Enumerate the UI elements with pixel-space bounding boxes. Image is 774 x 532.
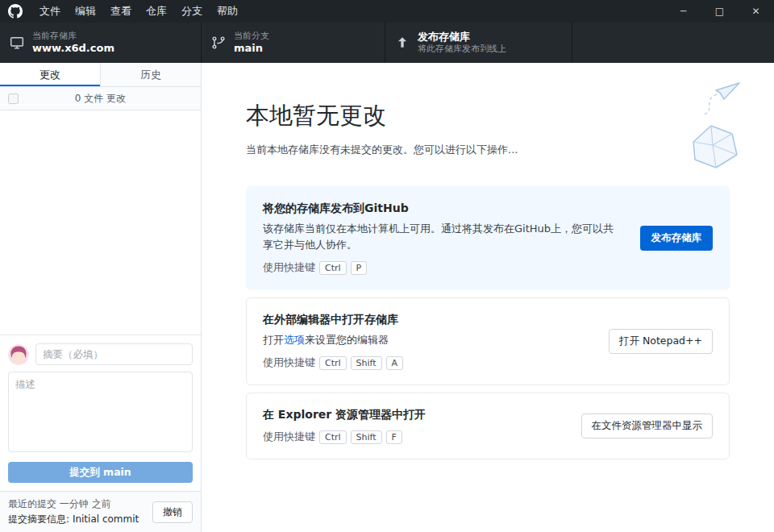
card-title: 将您的存储库发布到GitHub xyxy=(263,202,624,216)
avatar xyxy=(8,344,29,365)
show-in-explorer-button[interactable]: 在文件资源管理器中显示 xyxy=(581,414,714,438)
card-title: 在 Explorer 资源管理器中打开 xyxy=(263,408,565,422)
changed-files-list xyxy=(0,110,201,335)
toolbar-filler xyxy=(572,23,774,63)
card-shortcut: 使用快捷键 Ctrl Shift F xyxy=(263,430,565,444)
publish-subtitle: 将此存储库发布到线上 xyxy=(418,44,506,55)
key-shift: Shift xyxy=(351,430,382,444)
key-ctrl: Ctrl xyxy=(319,261,347,275)
card-description: 打开选项来设置您的编辑器 xyxy=(263,332,593,348)
current-repository-selector[interactable]: 当前存储库 www.x6d.com xyxy=(0,23,202,63)
key-a: A xyxy=(386,356,404,370)
key-f: F xyxy=(386,430,402,444)
computer-icon xyxy=(10,35,24,50)
current-branch-selector[interactable]: 当前分支 main xyxy=(202,23,385,63)
window-controls: ─ □ ✕ xyxy=(665,0,774,23)
key-ctrl: Ctrl xyxy=(319,356,347,370)
menu-file[interactable]: 文件 xyxy=(32,0,68,23)
chevron-down-icon xyxy=(181,40,191,45)
titlebar: 文件 编辑 查看 仓库 分支 帮助 ─ □ ✕ xyxy=(0,0,774,23)
sidebar: 更改 历史 0 文件 更改 提交到 main xyxy=(0,63,202,532)
publish-repository-action-button[interactable]: 发布存储库 xyxy=(640,226,714,251)
menu-edit[interactable]: 编辑 xyxy=(68,0,103,23)
files-changed-label: 0 文件 更改 xyxy=(75,92,126,106)
menu-view[interactable]: 查看 xyxy=(103,0,139,23)
select-all-checkbox[interactable] xyxy=(8,94,19,104)
menu-repository[interactable]: 仓库 xyxy=(139,0,174,23)
card-shortcut: 使用快捷键 Ctrl P xyxy=(263,260,624,275)
card-shortcut: 使用快捷键 Ctrl Shift A xyxy=(263,355,593,370)
current-repository-value: www.x6d.com xyxy=(32,42,114,55)
commit-button[interactable]: 提交到 main xyxy=(8,462,193,483)
shortcut-label: 使用快捷键 xyxy=(263,430,315,444)
files-changed-row: 0 文件 更改 xyxy=(0,87,201,110)
github-logo-icon xyxy=(8,4,23,19)
current-branch-label: 当前分支 xyxy=(234,31,269,42)
card-title: 在外部编辑器中打开存储库 xyxy=(263,313,593,327)
paper-plane-illustration xyxy=(639,81,743,173)
close-icon[interactable]: ✕ xyxy=(738,0,774,23)
commit-form: 提交到 main xyxy=(0,335,201,491)
menu-help[interactable]: 帮助 xyxy=(210,0,245,23)
recent-commit-summary-value: Initial commit xyxy=(73,513,139,525)
undo-button[interactable]: 撤销 xyxy=(152,501,193,523)
git-branch-icon xyxy=(211,35,226,50)
recent-commit-summary: 提交摘要信息: Initial commit xyxy=(8,513,146,526)
github-desktop-window: 文件 编辑 查看 仓库 分支 帮助 ─ □ ✕ 当前存储库 www.x6d.co… xyxy=(0,0,774,532)
publish-title: 发布存储库 xyxy=(418,31,506,44)
chevron-down-icon xyxy=(365,40,375,45)
tab-history[interactable]: 历史 xyxy=(100,63,201,86)
toolbar: 当前存储库 www.x6d.com 当前分支 main xyxy=(0,23,774,63)
commit-summary-input[interactable] xyxy=(35,343,193,365)
maximize-icon[interactable]: □ xyxy=(701,0,738,23)
options-link[interactable]: 选项 xyxy=(284,334,305,346)
open-in-editor-card: 在外部编辑器中打开存储库 打开选项来设置您的编辑器 使用快捷键 Ctrl Shi… xyxy=(246,297,730,385)
upload-arrow-icon xyxy=(395,35,410,50)
main-content: 本地暂无更改 当前本地存储库没有未提交的更改。您可以进行以下操作... 将您的存… xyxy=(202,63,774,532)
recent-commit-meta: 最近的提交 一分钟 之前 xyxy=(8,497,146,511)
card-description: 该存储库当前仅在本地计算机上可用。通过将其发布在GitHub上，您可以共享它并与… xyxy=(263,221,624,253)
open-in-explorer-card: 在 Explorer 资源管理器中打开 使用快捷键 Ctrl Shift F 在… xyxy=(246,393,730,459)
sidebar-tabs: 更改 历史 xyxy=(0,63,201,87)
recent-commit-summary-label: 提交摘要信息: xyxy=(8,513,69,525)
key-shift: Shift xyxy=(351,356,382,370)
current-branch-value: main xyxy=(234,42,269,55)
tab-changes[interactable]: 更改 xyxy=(0,63,100,86)
shortcut-label: 使用快捷键 xyxy=(263,260,315,275)
current-repository-label: 当前存储库 xyxy=(32,31,114,42)
key-ctrl: Ctrl xyxy=(319,430,347,444)
commit-description-input[interactable] xyxy=(8,372,193,452)
recent-commit-bar: 最近的提交 一分钟 之前 提交摘要信息: Initial commit 撤销 xyxy=(0,491,201,532)
open-editor-button[interactable]: 打开 Notepad++ xyxy=(609,329,713,354)
publish-to-github-card: 将您的存储库发布到GitHub 该存储库当前仅在本地计算机上可用。通过将其发布在… xyxy=(246,186,730,290)
minimize-icon[interactable]: ─ xyxy=(665,0,701,23)
shortcut-label: 使用快捷键 xyxy=(263,355,315,370)
menu-branch[interactable]: 分支 xyxy=(174,0,210,23)
suggested-actions: 将您的存储库发布到GitHub 该存储库当前仅在本地计算机上可用。通过将其发布在… xyxy=(246,186,730,459)
desc-prefix: 打开 xyxy=(263,334,284,346)
desc-suffix: 来设置您的编辑器 xyxy=(305,334,389,346)
key-p: P xyxy=(351,261,368,275)
publish-repository-button[interactable]: 发布存储库 将此存储库发布到线上 xyxy=(385,23,572,63)
